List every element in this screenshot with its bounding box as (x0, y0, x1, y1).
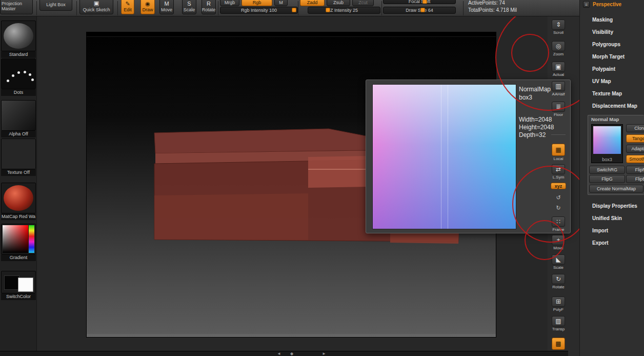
transparency-icon: ▨ (552, 316, 565, 326)
draw-size-slider[interactable]: Draw Size 64 (383, 7, 456, 14)
sidebar-item-move[interactable]: +Move (548, 235, 569, 250)
zbrush-app: NormalMap box3 Width=2048 Height=2048 De… (0, 0, 644, 356)
rgb-intensity-slider[interactable]: Rgb Intensity 100 (220, 7, 298, 14)
section-display-properties[interactable]: Display Properties (592, 203, 637, 209)
color-picker[interactable]: Gradient (1, 224, 36, 261)
sidebar-item-scroll[interactable]: ⇕Scroll (548, 19, 569, 35)
zoom-icon: ◎ (552, 41, 565, 51)
sidebar-item-rotate-ccw[interactable]: ↺ (548, 194, 569, 201)
tangent-button[interactable]: Tangent (626, 134, 644, 143)
section-masking[interactable]: Masking (592, 17, 613, 23)
sidebar-item-actual[interactable]: ▣Actual (548, 62, 569, 77)
section-polypaint[interactable]: Polypaint (592, 66, 615, 72)
focal-shift-slider[interactable]: Focal Shift (383, 0, 456, 4)
material-selector[interactable]: MatCap Red Wa (1, 183, 36, 220)
divider-left-arrow-icon[interactable]: ◄ (277, 351, 281, 356)
normalmap-preview-image[interactable] (372, 84, 516, 229)
button-label: Scale (184, 7, 195, 12)
brush-selector[interactable]: Standard (1, 21, 36, 58)
move-button[interactable]: MMove (159, 0, 174, 14)
sidebar-item-transp[interactable]: ▨Transp (548, 316, 569, 331)
alpha-selector[interactable]: Alpha Off (1, 100, 36, 137)
flipb-button[interactable]: FlipB (626, 175, 644, 183)
perspective-row[interactable]: ≡ Perspective (583, 1, 621, 8)
rgb-button[interactable]: Rgb (242, 0, 272, 6)
zadd-button[interactable]: Zadd (300, 0, 325, 6)
smoothuv-button[interactable]: SmoothUV (626, 155, 644, 163)
alpha-off-icon (2, 101, 35, 130)
sidebar-item-local[interactable]: ▦Local (548, 144, 569, 161)
section-displacement-map[interactable]: Displacement Map (592, 103, 637, 109)
material-thumbnail (1, 183, 36, 213)
clone-button[interactable]: Clone (626, 124, 644, 132)
tray-item-label: Alpha Off (1, 131, 36, 137)
projection-master-button[interactable]: Projection Master (0, 0, 33, 14)
flipr-button[interactable]: FlipR (626, 166, 644, 174)
perspective-label[interactable]: Perspective (593, 2, 621, 7)
section-export[interactable]: Export (592, 240, 609, 246)
saturation-square[interactable] (3, 225, 28, 253)
draw-button[interactable]: ◉Draw (140, 0, 155, 14)
button-label: Quick Sketch (83, 7, 110, 12)
secondary-color-swatch[interactable] (18, 278, 33, 292)
quick-sketch-button[interactable]: ▣Quick Sketch (79, 0, 113, 14)
tray-item-label: Dots (1, 89, 36, 96)
normal-map-thumbnail[interactable]: box3 (591, 124, 623, 163)
gradient-picker[interactable] (1, 224, 36, 254)
sidebar-item-label: Transp (548, 327, 569, 331)
sidebar-item-rotate[interactable]: ↻Rotate (548, 274, 569, 289)
switchrg-button[interactable]: SwitchRG (589, 166, 625, 174)
texture-selector[interactable]: Texture Off (1, 139, 36, 176)
section-unified-skin[interactable]: Unified Skin (592, 215, 622, 221)
edit-button[interactable]: ✎Edit (121, 0, 134, 14)
sidebar-item-gxyz[interactable]: xyz (548, 183, 569, 189)
tray-item-label: Gradient (1, 254, 36, 261)
section-texture-map[interactable]: Texture Map (592, 91, 622, 96)
section-morph-target[interactable]: Morph Target (592, 54, 625, 60)
divider-handle-icon[interactable]: ◆ (290, 351, 293, 356)
sidebar-item-lsym[interactable]: ⇄L.Sym (548, 164, 569, 180)
m-button[interactable]: M (274, 0, 288, 6)
sidebar-item-frame[interactable]: ∷Frame (548, 216, 569, 232)
sidebar-item-rotate-cw[interactable]: ↻ (548, 204, 569, 211)
button-label: Rgb (253, 0, 261, 5)
flipg-button[interactable]: FlipG (589, 175, 625, 183)
rotate-button[interactable]: RRotate (202, 0, 216, 14)
slider-nub[interactable] (292, 8, 296, 12)
section-visibility[interactable]: Visibility (592, 29, 613, 35)
sidebar-item-polyf[interactable]: ⊞PolyF (548, 296, 569, 312)
dots-icon (7, 80, 9, 82)
scale-button[interactable]: SScale (182, 0, 196, 14)
sidebar-item-floor[interactable]: ≣Floor (548, 102, 569, 117)
zcut-button[interactable]: Zcut (352, 0, 374, 6)
section-polygroups[interactable]: Polygroups (592, 42, 620, 47)
section-import[interactable]: Import (592, 228, 608, 233)
section-uv-map[interactable]: UV Map (592, 78, 611, 84)
primary-color-swatch[interactable] (4, 275, 19, 290)
popup-map-name: box3 (519, 94, 532, 101)
divider-right-arrow-icon[interactable]: ► (322, 351, 326, 356)
sidebar-item-label: Floor (548, 112, 569, 117)
zsub-button[interactable]: Zsub (327, 0, 350, 6)
switch-color[interactable]: SwitchColor (1, 271, 36, 300)
slider-nub[interactable] (420, 8, 425, 12)
normal-map-title[interactable]: Normal Map (591, 116, 619, 122)
sidebar-item-aahalf[interactable]: ▥AAHalf (548, 81, 569, 96)
hue-strip[interactable] (29, 225, 34, 253)
sidebar-item-ghost[interactable]: ▩ (548, 338, 569, 350)
rotate-ccw-icon: ↺ (554, 194, 563, 201)
slider-nub[interactable] (326, 8, 330, 12)
create-normalmap-button[interactable]: Create NormalMap (589, 185, 643, 193)
slider-nub[interactable] (422, 0, 427, 4)
z-intensity-slider[interactable]: Z Intensity 25 (308, 7, 380, 14)
adaptive-button[interactable]: Adaptive (626, 145, 644, 153)
menu-icon[interactable]: ≡ (583, 1, 590, 8)
sidebar-item-scale[interactable]: ◣Scale (548, 254, 569, 270)
light-box-button[interactable]: Light Box (39, 0, 72, 11)
dots-icon (29, 73, 31, 76)
mrgb-button[interactable]: Mrgb (220, 0, 239, 6)
stroke-selector[interactable]: Dots (1, 58, 36, 96)
local-icon: ▦ (552, 144, 565, 156)
bottom-divider-bar[interactable]: ◄ ◆ ► (0, 351, 568, 356)
sidebar-item-zoom[interactable]: ◎Zoom (548, 41, 569, 56)
